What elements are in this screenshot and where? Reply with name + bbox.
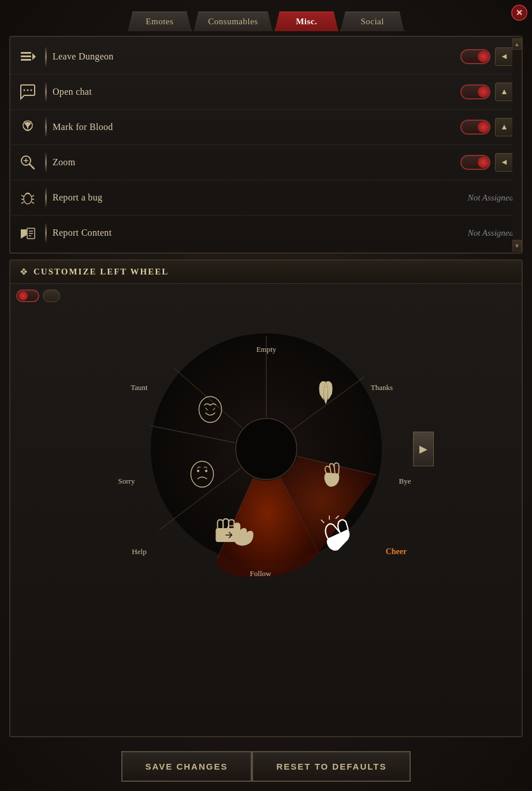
- action-row-report-bug: Report a bug Not Assigned: [10, 180, 522, 216]
- action-list: Leave Dungeon ◄: [10, 37, 522, 252]
- action-row-leave-dungeon: Leave Dungeon ◄: [10, 39, 522, 75]
- scroll-bar: ▲ ▼: [512, 37, 522, 252]
- tab-misc[interactable]: Misc.: [275, 12, 338, 31]
- wheel-visual: Empty Thanks Bye Cheer Follow Help Sorry…: [105, 304, 428, 593]
- open-chat-controls: ▲: [460, 83, 514, 101]
- zoom-label: Zoom: [53, 157, 455, 168]
- zoom-btn[interactable]: ◄: [495, 153, 514, 172]
- action-row-open-chat: Open chat ▲: [10, 75, 522, 110]
- reset-defaults-button[interactable]: RESET TO DEFAULTS: [252, 751, 411, 782]
- svg-point-38: [196, 470, 199, 472]
- close-button[interactable]: ✕: [511, 5, 527, 21]
- report-bug-icon: [16, 186, 39, 209]
- label-taunt: Taunt: [131, 383, 148, 392]
- divider: [45, 187, 47, 208]
- report-bug-not-assigned: Not Assigned: [468, 193, 514, 203]
- open-chat-icon: [16, 80, 39, 103]
- content-area: Leave Dungeon ◄: [0, 31, 532, 742]
- label-empty: Empty: [256, 345, 276, 354]
- svg-rect-1: [21, 55, 31, 57]
- mark-for-blood-controls: ▲: [460, 118, 514, 136]
- open-chat-toggle[interactable]: [460, 84, 490, 99]
- main-window: ✕ Emotes Consumables Misc. Social: [0, 0, 532, 791]
- svg-point-39: [204, 470, 207, 472]
- open-chat-btn[interactable]: ▲: [495, 83, 514, 101]
- open-chat-label: Open chat: [53, 87, 455, 97]
- leave-dungeon-label: Leave Dungeon: [53, 51, 455, 62]
- zoom-icon: [16, 151, 39, 174]
- svg-line-18: [32, 202, 34, 203]
- mark-for-blood-label: Mark for Blood: [53, 122, 455, 132]
- report-content-label: Report Content: [53, 228, 462, 238]
- action-list-panel: Leave Dungeon ◄: [9, 36, 523, 254]
- wheel-toggle-off[interactable]: [43, 289, 60, 302]
- zoom-toggle[interactable]: [460, 155, 490, 170]
- label-bye: Bye: [399, 477, 411, 485]
- label-thanks: Thanks: [370, 383, 392, 392]
- report-content-icon: [16, 221, 39, 244]
- toggle-knob: [478, 51, 489, 62]
- scroll-up-arrow[interactable]: ▲: [512, 38, 522, 50]
- toggle-knob: [478, 86, 489, 98]
- wheel-toggle-knob: [18, 291, 28, 300]
- svg-point-32: [235, 417, 298, 481]
- svg-marker-3: [32, 53, 36, 60]
- scroll-down-arrow[interactable]: ▼: [512, 240, 522, 251]
- wheel-toggle-row: [16, 289, 60, 302]
- diamond-icon: ❖: [20, 266, 28, 277]
- mark-for-blood-btn[interactable]: ▲: [495, 118, 514, 136]
- wheel-toggle[interactable]: [16, 289, 39, 302]
- tab-consumables[interactable]: Consumables: [194, 12, 272, 31]
- report-content-not-assigned: Not Assigned: [468, 228, 514, 238]
- divider: [45, 46, 47, 67]
- svg-line-9: [29, 164, 34, 169]
- save-changes-button[interactable]: SAVE CHANGES: [121, 751, 252, 782]
- label-follow: Follow: [250, 569, 271, 578]
- leave-dungeon-icon: [16, 45, 39, 68]
- label-sorry: Sorry: [118, 477, 135, 485]
- report-bug-label: Report a bug: [53, 192, 462, 203]
- divider: [45, 81, 47, 102]
- svg-point-12: [24, 194, 32, 204]
- leave-dungeon-btn[interactable]: ◄: [495, 47, 514, 66]
- action-row-report-content: Report Content Not Assigned: [10, 216, 522, 250]
- divider: [45, 117, 47, 138]
- leave-dungeon-controls: ◄: [460, 47, 514, 66]
- svg-point-5: [27, 90, 29, 91]
- wheel-header: ❖ CUSTOMIZE LEFT WHEEL: [10, 261, 522, 284]
- wheel-body: Empty Thanks Bye Cheer Follow Help Sorry…: [10, 284, 522, 599]
- divider: [45, 152, 47, 173]
- toggle-knob: [478, 121, 489, 133]
- label-help: Help: [132, 547, 146, 556]
- bottom-bar: SAVE CHANGES RESET TO DEFAULTS: [0, 742, 532, 791]
- tab-emotes[interactable]: Emotes: [128, 12, 191, 31]
- svg-rect-0: [21, 52, 31, 54]
- svg-point-4: [24, 90, 25, 91]
- wheel-title: CUSTOMIZE LEFT WHEEL: [34, 267, 169, 277]
- svg-line-15: [21, 202, 24, 203]
- wheel-section: ❖ CUSTOMIZE LEFT WHEEL: [9, 259, 523, 737]
- toggle-knob: [478, 157, 489, 168]
- tab-bar: Emotes Consumables Misc. Social: [0, 5, 532, 31]
- tab-social[interactable]: Social: [341, 12, 404, 31]
- svg-rect-2: [21, 59, 31, 61]
- action-row-zoom: Zoom ◄: [10, 145, 522, 180]
- label-cheer: Cheer: [385, 547, 407, 556]
- svg-point-6: [31, 90, 32, 91]
- divider: [45, 222, 47, 243]
- mark-for-blood-icon: [16, 116, 39, 139]
- svg-line-13: [21, 195, 24, 196]
- wheel-svg: Empty Thanks Bye Cheer Follow Help Sorry…: [105, 304, 428, 593]
- leave-dungeon-toggle[interactable]: [460, 49, 490, 64]
- wheel-nav-right[interactable]: ▶: [413, 432, 434, 466]
- mark-for-blood-toggle[interactable]: [460, 120, 490, 135]
- zoom-controls: ◄: [460, 153, 514, 172]
- action-row-mark-for-blood: Mark for Blood ▲: [10, 110, 522, 145]
- svg-line-16: [32, 195, 34, 196]
